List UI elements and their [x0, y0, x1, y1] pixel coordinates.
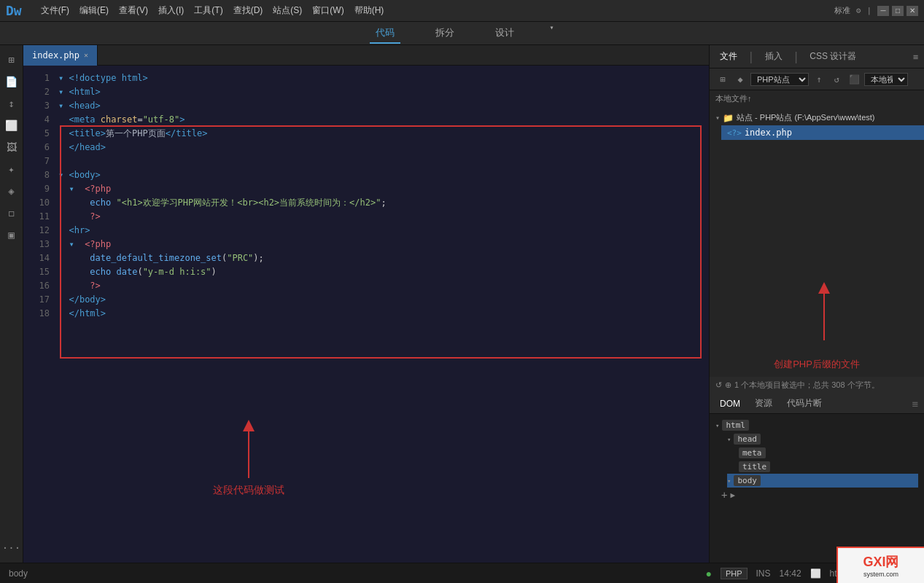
status-mode: INS [756, 568, 771, 579]
dom-tabs: DOM 资源 代码片断 ≡ [710, 394, 924, 414]
right-panel: 文件 | 插入 | CSS 设计器 ≡ ⊞ ◆ PHP站点 ↑ ↺ ⬛ 本地视图… [709, 45, 924, 563]
dom-menu-icon[interactable]: ≡ [912, 398, 918, 410]
ft-icon-connect[interactable]: ⊞ [715, 72, 730, 87]
sidebar-icon-3[interactable]: ↕ [3, 95, 20, 112]
sidebar-icon-2[interactable]: 📄 [3, 73, 20, 90]
file-tabs: index.php ✕ [23, 45, 709, 66]
menu-find[interactable]: 查找(D) [229, 3, 268, 18]
title-bar-left: Dw 文件(F) 编辑(E) 查看(V) 插入(I) 工具(T) 查找(D) 站… [6, 3, 388, 18]
left-annotation: 这段代码做测试 [213, 420, 284, 497]
menu-help[interactable]: 帮助(H) [350, 3, 389, 18]
watermark-text: GXI网 [863, 553, 898, 571]
code-lines[interactable]: ▾ <!doctype html> ▾ <html> ▾ <head> <met… [53, 66, 709, 563]
right-tab-files[interactable]: 文件 [715, 47, 742, 66]
dom-panel: DOM 资源 代码片断 ≡ ▾ html ▾ head meta [710, 394, 924, 563]
editor-area: index.php ✕ 123456789101112131415161718 … [23, 45, 709, 563]
php-file-icon: <?> [727, 128, 742, 138]
menu-insert[interactable]: 插入(I) [154, 3, 188, 18]
dom-title-item[interactable]: title [739, 460, 918, 474]
view-tab-bar: 代码 拆分 设计 ▾ [0, 22, 924, 45]
local-files-label: 本地文件↑ [715, 94, 752, 103]
file-tab-close[interactable]: ✕ [84, 51, 88, 59]
sidebar-icon-5[interactable]: 🖼 [3, 138, 20, 156]
dom-head-chevron: ▾ [727, 436, 731, 443]
code-content: 123456789101112131415161718 ▾ <!doctype … [23, 66, 709, 563]
line-numbers: 123456789101112131415161718 [23, 66, 53, 563]
status-bar: body ● PHP INS 14:42 ⬜ https://blog.csdn… [0, 563, 924, 583]
right-arrow-svg [817, 282, 831, 340]
sidebar-icon-8[interactable]: ◻ [3, 204, 20, 222]
dom-head-item[interactable]: ▾ head [727, 432, 918, 446]
title-bar: Dw 文件(F) 编辑(E) 查看(V) 插入(I) 工具(T) 查找(D) 站… [0, 0, 924, 22]
index-file-item[interactable]: <?> index.php [721, 125, 924, 140]
left-sidebar: ⊞ 📄 ↕ ⬜ 🖼 ✦ ◈ ◻ ▣ ··· [0, 45, 23, 563]
dom-body-tag: body [734, 475, 761, 486]
dom-add-icon: + [721, 489, 727, 501]
sidebar-icon-6[interactable]: ✦ [3, 160, 20, 178]
tab-design[interactable]: 设计 [489, 23, 520, 44]
menu-tools[interactable]: 工具(T) [190, 3, 227, 18]
dom-tab-resources[interactable]: 资源 [750, 395, 777, 412]
menu-file[interactable]: 文件(F) [36, 3, 74, 18]
dom-html-tag: html [722, 420, 749, 431]
site-selector[interactable]: PHP站点 [750, 73, 809, 86]
site-folder-icon: 📁 [723, 113, 734, 123]
dom-tab-snippets[interactable]: 代码片断 [783, 395, 826, 412]
view-selector[interactable]: 本地视图 [864, 73, 908, 86]
file-tree: ▾ 📁 站点 - PHP站点 (F:\AppServ\www\test) <?>… [710, 107, 924, 282]
ft-icon-delete[interactable]: ⬛ [847, 72, 861, 87]
dom-add-button[interactable]: + ▶ [715, 488, 918, 502]
file-list-header: 本地文件↑ [710, 90, 924, 107]
right-tab-insert[interactable]: 插入 [761, 47, 787, 66]
refresh-icon[interactable]: ↺ [715, 380, 722, 390]
menu-site[interactable]: 站点(S) [268, 3, 306, 18]
dom-meta-item[interactable]: meta [739, 446, 918, 460]
right-panel-tabs: 文件 | 插入 | CSS 设计器 ≡ [710, 45, 924, 69]
dom-html-item[interactable]: ▾ html [715, 418, 918, 432]
window-controls: ─ □ ✕ [877, 6, 918, 16]
right-tab-css[interactable]: CSS 设计器 [805, 47, 861, 66]
sidebar-icon-4[interactable]: ⬜ [3, 117, 20, 134]
rp-status: ↺ ⊕ 1 个本地项目被选中；总共 308 个字节。 [710, 377, 924, 394]
sync-icon[interactable]: ⊕ [725, 380, 731, 390]
dom-tab-dom[interactable]: DOM [715, 396, 745, 411]
dom-title-tag: title [739, 461, 770, 472]
ft-icon-new-folder[interactable]: ↺ [829, 72, 844, 87]
menu-bar: 文件(F) 编辑(E) 查看(V) 插入(I) 工具(T) 查找(D) 站点(S… [36, 3, 389, 18]
dom-body-item[interactable]: ▾ body [727, 474, 918, 488]
status-green-dot: ● [705, 568, 711, 579]
tab-split[interactable]: 拆分 [430, 23, 460, 44]
sidebar-icon-more[interactable]: ··· [3, 539, 20, 557]
settings-icon[interactable]: ⚙ [856, 6, 861, 15]
file-tab-index[interactable]: index.php ✕ [23, 45, 98, 66]
dom-expand-icon: ▶ [730, 490, 735, 500]
mode-label: 标准 [834, 5, 850, 16]
sidebar-icon-1[interactable]: ⊞ [3, 51, 20, 69]
status-screen-icon[interactable]: ⬜ [810, 568, 821, 579]
view-dropdown-icon[interactable]: ▾ [549, 23, 554, 44]
rp-icon-menu[interactable]: ≡ [913, 52, 918, 62]
status-element: body [9, 568, 28, 579]
right-panel-icons: ≡ [913, 52, 918, 62]
view-tabs: 代码 拆分 设计 ▾ [370, 23, 554, 44]
sidebar-icon-7[interactable]: ◈ [3, 182, 20, 200]
menu-edit[interactable]: 编辑(E) [75, 3, 113, 18]
ft-icon-up[interactable]: ↑ [812, 72, 826, 87]
menu-window[interactable]: 窗口(W) [308, 3, 348, 18]
menu-view[interactable]: 查看(V) [114, 3, 152, 18]
site-chevron: ▾ [715, 114, 720, 122]
right-annotation-label: 创建PHP后缀的文件 [774, 358, 860, 371]
minimize-button[interactable]: ─ [877, 6, 889, 16]
close-button[interactable]: ✕ [906, 6, 918, 16]
sidebar-icon-9[interactable]: ▣ [3, 226, 20, 243]
watermark: GXI网 system.com [836, 547, 924, 583]
maximize-button[interactable]: □ [892, 6, 904, 16]
tab-code[interactable]: 代码 [370, 23, 400, 44]
ft-icon-refresh[interactable]: ◆ [733, 72, 748, 87]
dom-html-chevron: ▾ [715, 422, 719, 429]
status-lang[interactable]: PHP [721, 568, 748, 579]
watermark-sub: system.com [863, 571, 898, 578]
site-root-item[interactable]: ▾ 📁 站点 - PHP站点 (F:\AppServ\www\test) [710, 110, 924, 125]
title-bar-right: 标准 ⚙ | ─ □ ✕ [834, 5, 918, 16]
code-editor[interactable]: 123456789101112131415161718 ▾ <!doctype … [23, 66, 709, 563]
